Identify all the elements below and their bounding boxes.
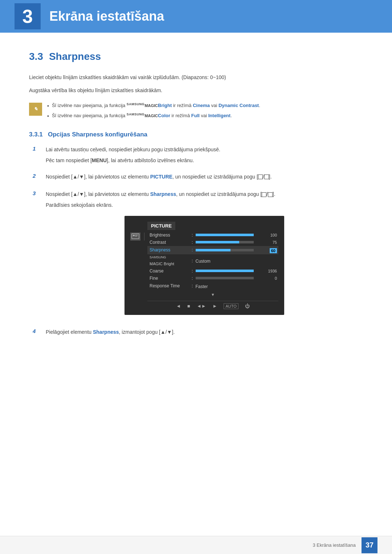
response-time-value: Faster: [196, 284, 208, 289]
brightness-label: Brightness: [147, 231, 191, 239]
header-banner: 3 Ekrāna iestatīšana: [0, 0, 392, 33]
menu-row-brightness: Brightness : 100: [147, 231, 278, 239]
note-icon-symbol: ✎: [34, 106, 38, 112]
step-2: 2 Nospiediet [▲/▼], lai pārvietotos uz e…: [33, 173, 363, 184]
menu-row-magic-bright: SAMSUNG MAGIC Bright : Custom: [147, 254, 278, 267]
dynamic-contrast-val: Dynamic Contrast: [219, 103, 259, 108]
step-2-text: Nospiediet [▲/▼], lai pārvietotos uz ele…: [46, 173, 363, 181]
chapter-number-box: 3: [15, 3, 41, 29]
contrast-label: Contrast: [147, 239, 191, 246]
sharpness-label: Sharpness: [147, 246, 191, 254]
monitor-left-icon: [130, 233, 144, 241]
menu-key: MENU: [92, 157, 107, 163]
picture-element: PICTURE: [150, 174, 172, 180]
monitor-btn-auto: AUTO: [224, 303, 238, 309]
sharpness-element-4: Sharpness: [93, 329, 119, 335]
contrast-value: 75: [265, 239, 278, 246]
full-val: Full: [191, 113, 200, 118]
monitor-menu-area: PICTURE Brightness :: [147, 222, 278, 309]
section-title: 3.3 Sharpness: [29, 51, 363, 62]
monitor-btn-plusminus: ◄►: [197, 303, 206, 309]
intelligent-val: Intelligent: [208, 113, 230, 118]
fine-label: Fine: [147, 275, 191, 282]
response-time-label: Response Time: [147, 282, 191, 290]
scroll-down-indicator: ▼: [211, 292, 215, 297]
chapter-title: Ekrāna iestatīšana: [49, 9, 164, 24]
steps-container: 1 Lai atvērtu taustiņu ceļvedi, nospiedi…: [33, 145, 363, 346]
step-1-subtext: Pēc tam nospiediet [MENU], lai atvērtu a…: [46, 156, 363, 164]
step-3-number: 3: [33, 190, 40, 196]
monitor-icon-symbol: [130, 233, 140, 241]
section-heading: Sharpness: [49, 51, 101, 62]
step-1-number: 1: [33, 145, 40, 152]
monitor-btn-back: ◄: [176, 303, 181, 309]
magic-bright-label: SAMSUNG MAGIC Bright: [147, 254, 191, 267]
step-3-subtext: Parādīsies sekojošais ekrāns.: [46, 201, 363, 209]
coarse-bar-cell: [194, 267, 265, 275]
brightness-colon: :: [191, 231, 194, 239]
subsection-heading: Opcijas Sharpness konfigurēšana: [48, 131, 147, 138]
note-bullet-1: Šī izvēlne nav pieejama, ja funkcija SAM…: [47, 102, 260, 110]
menu-row-arrow: ▼: [147, 290, 278, 298]
step-4-content: Pielāgojiet elementu Sharpness, izmantoj…: [46, 328, 363, 339]
footer-text: 3 Ekrāna iestatīšana: [313, 542, 356, 548]
monitor-icon-row: ◄ ■ ◄► ► AUTO ⏻: [147, 301, 278, 309]
enter-icon-2b: [264, 175, 269, 179]
response-time-text-cell: Faster: [194, 282, 278, 290]
monitor-menu-title: PICTURE: [147, 222, 175, 230]
step-3: 3 Nospiediet [▲/▼], lai pārvietotos uz e…: [33, 190, 363, 321]
monitor-screenshot: PICTURE Brightness :: [124, 216, 284, 315]
step-2-number: 2: [33, 173, 40, 179]
sharpness-colon: :: [191, 246, 194, 254]
sharpness-bar-cell: [194, 246, 265, 254]
step-3-text: Nospiediet [▲/▼], lai pārvietotos uz ele…: [46, 190, 363, 198]
brightness-bar-cell: [194, 231, 265, 239]
subsection-number: 3.3.1: [29, 131, 43, 138]
section-number: 3.3: [29, 51, 43, 62]
square-icon-2a: [258, 175, 263, 179]
step-4-number: 4: [33, 328, 40, 334]
note-bullet-2: Šī izvēlne nav pieejama, ja funkcija SAM…: [47, 112, 260, 120]
step-2-content: Nospiediet [▲/▼], lai pārvietotos uz ele…: [46, 173, 363, 184]
svg-rect-1: [133, 235, 135, 236]
coarse-colon: :: [191, 267, 194, 275]
menu-row-sharpness: Sharpness : 60: [147, 246, 278, 254]
step-4-text: Pielāgojiet elementu Sharpness, izmantoj…: [46, 328, 363, 336]
monitor-btn-minus: ■: [187, 303, 190, 309]
note-1-text: Šī izvēlne nav pieejama, ja funkcija SAM…: [52, 102, 260, 109]
monitor-menu-table: Brightness : 100: [147, 231, 278, 298]
sharpness-value: 60: [265, 246, 278, 254]
response-time-colon: :: [191, 282, 194, 290]
note-box: ✎ Šī izvēlne nav pieejama, ja funkcija S…: [29, 102, 363, 120]
menu-row-coarse: Coarse : 1936: [147, 267, 278, 275]
svg-rect-2: [135, 235, 138, 235]
note-2-text: Šī izvēlne nav pieejama, ja funkcija SAM…: [52, 112, 232, 119]
sharpness-element: Sharpness: [150, 191, 176, 197]
note-bullets: Šī izvēlne nav pieejama, ja funkcija SAM…: [47, 102, 260, 120]
brand-samsung-1: SAMSUNG: [127, 102, 145, 106]
contrast-bar-cell: [194, 239, 265, 246]
brand-samsung-2: SAMSUNG: [127, 112, 145, 116]
step-1: 1 Lai atvērtu taustiņu ceļvedi, nospiedi…: [33, 145, 363, 166]
menu-row-response-time: Response Time : Faster: [147, 282, 278, 290]
magic-bright-value: Custom: [196, 259, 211, 264]
enter-icon-3b: [268, 192, 273, 197]
cinema-val: Cinema: [193, 103, 210, 108]
brand-magic-2: MAGIC: [144, 114, 158, 118]
menu-row-contrast: Contrast : 75: [147, 239, 278, 246]
contrast-colon: :: [191, 239, 194, 246]
brand-magic-1: MAGIC: [144, 103, 158, 108]
menu-row-fine: Fine : 0: [147, 275, 278, 282]
note-icon: ✎: [29, 103, 42, 116]
square-icon-3a: [262, 192, 266, 197]
color-func: Color: [158, 113, 170, 118]
monitor-btn-power: ⏻: [245, 303, 250, 309]
footer-page-number: 37: [362, 537, 377, 553]
coarse-label: Coarse: [147, 267, 191, 275]
coarse-value: 1936: [265, 267, 278, 275]
fine-colon: :: [191, 275, 194, 282]
footer: 3 Ekrāna iestatīšana 37: [0, 536, 392, 554]
fine-bar-cell: [194, 275, 265, 282]
magic-bright-text-cell: Custom: [194, 254, 278, 267]
monitor-btn-forward: ►: [213, 303, 217, 309]
